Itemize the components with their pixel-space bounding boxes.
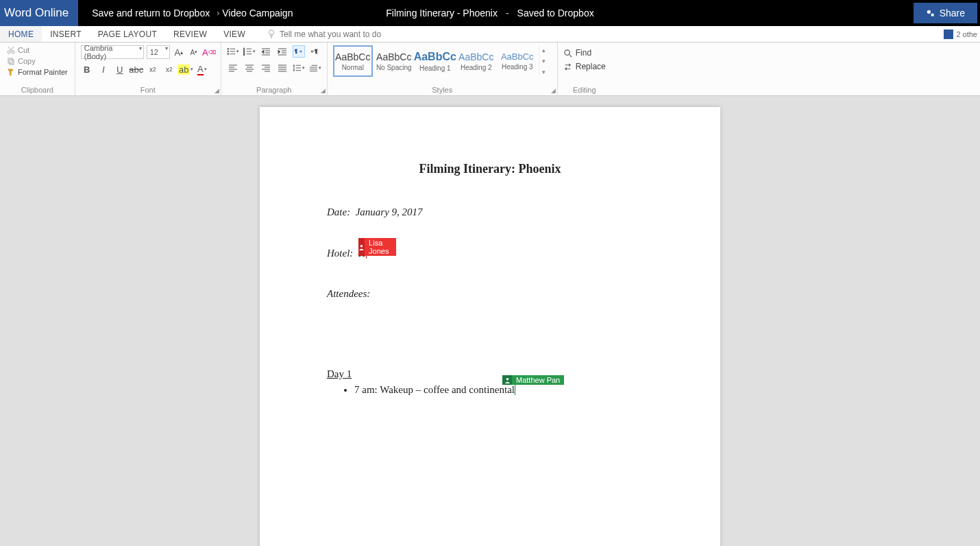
page-1[interactable]: Filming Itinerary: Phoenix Date: January… — [260, 107, 720, 546]
find-button[interactable]: Find — [563, 48, 606, 58]
styles-more-icon[interactable]: ▾ — [542, 69, 546, 75]
cut-icon — [7, 46, 15, 54]
replace-icon — [563, 62, 572, 71]
share-button[interactable]: Share — [914, 3, 977, 23]
indent-icon — [278, 47, 287, 56]
tab-home[interactable]: HOME — [0, 26, 42, 42]
tell-me-search[interactable] — [254, 26, 417, 42]
group-clipboard-label: Clipboard — [5, 86, 69, 95]
date-label: Date: — [327, 206, 356, 217]
tab-page-layout[interactable]: PAGE LAYOUT — [90, 26, 165, 42]
replace-button[interactable]: Replace — [563, 62, 606, 71]
style-heading-1[interactable]: AaBbCc Heading 1 — [415, 45, 455, 77]
doc-title: Filming Itinerary - Phoenix — [386, 8, 498, 19]
svg-point-9 — [228, 51, 229, 52]
align-left-icon — [228, 64, 238, 72]
svg-line-53 — [569, 54, 572, 57]
tell-me-input[interactable] — [280, 29, 417, 39]
numbering-icon: 123 — [243, 47, 252, 56]
tab-review[interactable]: REVIEW — [165, 26, 215, 42]
app-brand[interactable]: Word Online — [0, 0, 78, 26]
align-left-button[interactable] — [227, 62, 239, 74]
strikethrough-button[interactable]: abc — [130, 63, 143, 75]
italic-button[interactable]: I — [97, 63, 110, 75]
outdent-icon — [261, 47, 271, 56]
clear-formatting-button[interactable]: A⌫ — [203, 46, 215, 58]
styles-dialog-launcher[interactable]: ◢ — [551, 87, 556, 94]
group-clipboard: Cut Copy Format Painter Clipboard — [0, 43, 75, 95]
underline-button[interactable]: U — [114, 63, 126, 75]
titlebar: Word Online Save and return to Dropbox ›… — [0, 0, 980, 26]
attendees-label: Attendees: — [327, 288, 370, 299]
styles-scroll[interactable]: ▴ ▾ ▾ — [539, 45, 548, 77]
tab-insert[interactable]: INSERT — [42, 26, 90, 42]
group-editing: Find Replace Editing — [558, 43, 611, 95]
person-icon — [358, 238, 365, 256]
breadcrumb-save-return[interactable]: Save and return to Dropbox — [92, 8, 210, 19]
presence-indicator[interactable]: 2 othe — [944, 26, 980, 42]
document-heading[interactable]: Filming Itinerary: Phoenix — [327, 162, 653, 176]
justify-button[interactable] — [276, 62, 289, 74]
presence-count: 2 othe — [956, 30, 977, 38]
style-heading-2[interactable]: AaBbCc Heading 2 — [456, 45, 496, 77]
hotel-line[interactable]: Hotel: H Lisa Jones — [327, 248, 367, 259]
list-item[interactable]: 7 am: Wakeup – coffee and continental Ma… — [354, 384, 653, 396]
breadcrumb-folder[interactable]: Video Campaign — [222, 8, 293, 19]
day-1-list[interactable]: 7 am: Wakeup – coffee and continental Ma… — [327, 384, 653, 396]
paragraph-dialog-launcher[interactable]: ◢ — [321, 87, 326, 94]
decrease-indent-button[interactable] — [260, 45, 272, 58]
document-canvas[interactable]: Filming Itinerary: Phoenix Date: January… — [0, 96, 980, 546]
svg-point-52 — [565, 49, 569, 54]
ltr-icon: ¶ — [295, 47, 303, 56]
cut-button[interactable]: Cut — [5, 45, 69, 55]
attendees-line[interactable]: Attendees: — [327, 288, 653, 300]
day-heading[interactable]: Day 1 — [327, 368, 653, 380]
svg-point-11 — [228, 54, 229, 55]
chevron-up-icon[interactable]: ▴ — [542, 47, 546, 54]
line-spacing-button[interactable]: ▾ — [293, 62, 305, 74]
shrink-font-button[interactable]: A▾ — [188, 46, 200, 58]
subscript-button[interactable]: x2 — [147, 63, 159, 75]
share-icon — [926, 8, 935, 18]
format-painter-button[interactable]: Format Painter — [5, 67, 69, 77]
collaborator-tag-lisa[interactable]: Lisa Jones — [358, 238, 396, 256]
align-right-button[interactable] — [260, 62, 272, 74]
rtl-button[interactable]: ¶ — [309, 45, 321, 58]
presence-icon — [944, 29, 953, 39]
grow-font-button[interactable]: A▴ — [173, 46, 185, 58]
style-heading-3[interactable]: AaBbCc Heading 3 — [498, 45, 537, 77]
group-styles: AaBbCc Normal AaBbCc No Spacing AaBbCc H… — [328, 43, 558, 95]
font-dialog-launcher[interactable]: ◢ — [215, 87, 219, 94]
highlight-button[interactable]: ab▾ — [180, 63, 192, 75]
tab-view[interactable]: VIEW — [215, 26, 254, 42]
font-size-select[interactable]: 12 — [147, 45, 170, 59]
line-spacing-icon — [293, 64, 302, 72]
increase-indent-button[interactable] — [276, 45, 289, 58]
superscript-button[interactable]: x2 — [163, 63, 175, 75]
font-color-button[interactable]: A▾ — [196, 63, 208, 75]
date-line[interactable]: Date: January 9, 2017 — [327, 206, 653, 218]
ltr-button[interactable]: ¶ — [293, 45, 305, 58]
group-font: Cambria (Body)▾ 12▾ A▴ A▾ A⌫ B I U abc x… — [75, 43, 221, 95]
collaborator-tag-matt[interactable]: Matthew Pan — [502, 375, 564, 385]
copy-button[interactable]: Copy — [5, 56, 69, 66]
align-center-icon — [245, 64, 254, 72]
style-no-spacing[interactable]: AaBbCc No Spacing — [374, 45, 414, 77]
copy-icon — [7, 57, 15, 65]
group-styles-label: Styles — [333, 86, 552, 95]
style-normal[interactable]: AaBbCc Normal — [333, 45, 373, 77]
font-name-select[interactable]: Cambria (Body) — [81, 45, 144, 59]
bullets-icon — [227, 47, 236, 56]
date-value: January 9, 2017 — [356, 206, 423, 217]
bullets-button[interactable]: ▾ — [227, 45, 239, 58]
numbering-button[interactable]: 123▾ — [243, 45, 256, 58]
group-font-label: Font — [81, 86, 215, 95]
chevron-down-icon[interactable]: ▾ — [542, 58, 546, 64]
svg-rect-5 — [8, 58, 12, 63]
align-center-button[interactable] — [243, 62, 256, 74]
breadcrumb: Save and return to Dropbox › Video Campa… — [78, 8, 297, 19]
styles-gallery: AaBbCc Normal AaBbCc No Spacing AaBbCc H… — [333, 45, 548, 77]
bold-button[interactable]: B — [81, 63, 93, 75]
special-indent-button[interactable]: ▾ — [309, 62, 321, 74]
chevron-right-icon: › — [217, 8, 219, 18]
